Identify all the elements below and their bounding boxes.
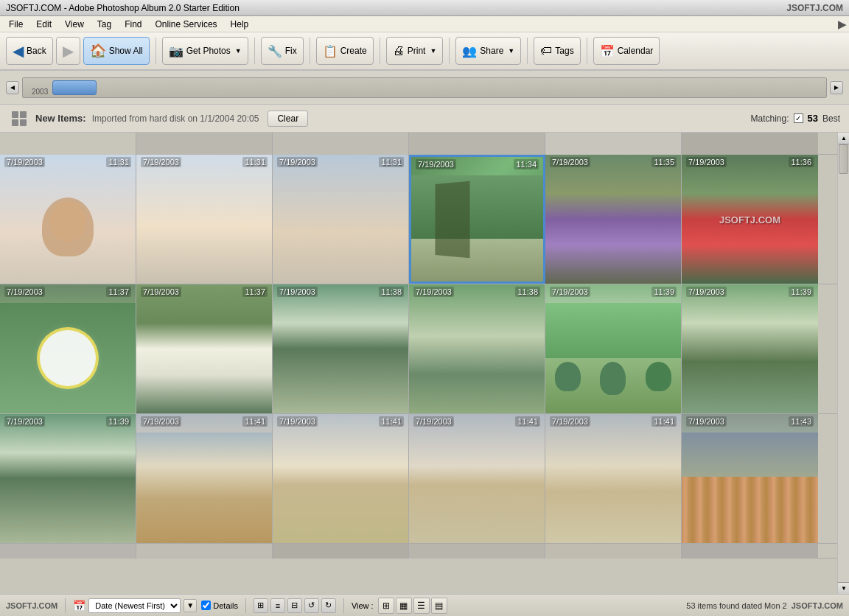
- svg-rect-3: [20, 119, 27, 126]
- timeline-thumb[interactable]: [52, 80, 97, 95]
- photo-time-2-2: 11:37: [242, 287, 268, 297]
- photo-cell-bottom-2[interactable]: [136, 544, 273, 559]
- photo-cell-bottom-4[interactable]: [409, 544, 545, 559]
- timeline-track[interactable]: 2003: [22, 77, 827, 98]
- matching-section: Matching: ✓ 53 Best: [750, 113, 840, 124]
- timeline-right-arrow[interactable]: ►: [830, 81, 843, 94]
- photo-row-2: 7/19/2003 11:37 7/19/2003 11:37 7/19/200…: [0, 284, 837, 414]
- rotate-left-icon[interactable]: ↺: [304, 598, 319, 613]
- photo-cell-bottom-1[interactable]: [0, 544, 136, 559]
- arrange-icon[interactable]: ⊟: [287, 598, 302, 613]
- back-icon: ◀: [13, 42, 24, 60]
- timeline: ◄ 2003 ►: [0, 71, 849, 105]
- scroll-up-arrow[interactable]: ▲: [838, 133, 849, 144]
- fix-button[interactable]: 🔧 Fix: [261, 37, 304, 65]
- matching-label: Matching:: [750, 113, 789, 124]
- photo-date-3-4: 7/19/2003: [413, 416, 454, 427]
- filter-bar: New Items: Imported from hard disk on 1/…: [0, 105, 849, 133]
- photo-cell-bottom-3[interactable]: [273, 544, 409, 559]
- photo-cell-2-5[interactable]: 7/19/2003 11:39: [545, 284, 682, 413]
- details-label: Details: [213, 601, 238, 610]
- view-btn-1[interactable]: ⊞: [378, 598, 394, 614]
- show-all-button[interactable]: 🏠 Show All: [83, 37, 150, 65]
- details-checkbox-section: Details: [201, 601, 238, 610]
- rotate-right-icon[interactable]: ↻: [321, 598, 336, 613]
- grid-view-icon[interactable]: ⊞: [254, 598, 268, 613]
- matching-checkbox[interactable]: ✓: [794, 113, 803, 123]
- create-button[interactable]: 📋 Create: [316, 37, 374, 65]
- photo-cell-partial-6[interactable]: [682, 133, 818, 155]
- menu-online-services[interactable]: Online Services: [150, 18, 223, 31]
- photo-cell-partial-3[interactable]: [273, 133, 409, 155]
- photo-grid[interactable]: 7/19/2003 11:31 7/19/2003 11:31 7/19/200…: [0, 133, 837, 594]
- photo-cell-1-6[interactable]: 7/19/2003 11:36 JSOFTJ.COM: [682, 155, 818, 284]
- photo-cell-3-4[interactable]: 7/19/2003 11:41: [409, 414, 545, 543]
- photo-cell-3-3[interactable]: 7/19/2003 11:41: [273, 414, 409, 543]
- photo-cell-3-5[interactable]: 7/19/2003 11:41: [545, 414, 682, 543]
- tags-button[interactable]: 🏷 Tags: [534, 37, 580, 65]
- list-view-icon[interactable]: ≡: [270, 598, 285, 613]
- scroll-down-arrow[interactable]: ▼: [838, 582, 849, 594]
- photo-date-3-2: 7/19/2003: [141, 416, 181, 427]
- sort-select[interactable]: Date (Newest First): [88, 598, 181, 613]
- clear-button[interactable]: Clear: [268, 111, 308, 127]
- get-photos-label: Get Photos: [186, 46, 231, 56]
- scroll-thumb[interactable]: [839, 144, 848, 174]
- forward-icon: ▶: [63, 42, 74, 60]
- photo-cell-1-1[interactable]: 7/19/2003 11:31: [0, 155, 136, 284]
- menu-edit[interactable]: Edit: [30, 18, 57, 31]
- menu-bar: File Edit View Tag Find Online Services …: [0, 16, 849, 32]
- photo-cell-1-4[interactable]: 7/19/2003 11:34: [409, 155, 545, 284]
- get-photos-button[interactable]: 📷 Get Photos: [162, 37, 248, 65]
- back-button[interactable]: ◀ Back: [6, 37, 53, 65]
- photo-time-3-2: 11:41: [242, 416, 268, 427]
- separator-1: [156, 38, 156, 64]
- photo-cell-1-3[interactable]: 7/19/2003 11:31: [273, 155, 409, 284]
- print-button[interactable]: 🖨 Print: [386, 37, 444, 65]
- calendar-button[interactable]: 📅 Calendar: [593, 37, 660, 65]
- photo-cell-3-6[interactable]: 7/19/2003 11:43: [682, 414, 818, 543]
- photo-row-1: 7/19/2003 11:31 7/19/2003 11:31 7/19/200…: [0, 155, 837, 284]
- photo-date-3-1: 7/19/2003: [4, 416, 45, 427]
- menu-help[interactable]: Help: [225, 18, 255, 31]
- photo-cell-partial-4[interactable]: [409, 133, 545, 155]
- share-button[interactable]: 👥 Share: [455, 37, 521, 65]
- status-bar: JSOFTJ.COM 📅 Date (Newest First) ▼ Detai…: [0, 594, 849, 616]
- details-checkbox[interactable]: [201, 601, 211, 610]
- photo-time-1-2: 11:31: [242, 157, 268, 167]
- sort-arrow[interactable]: ▼: [184, 599, 197, 612]
- photo-cell-1-5[interactable]: 7/19/2003 11:35: [545, 155, 682, 284]
- photo-cell-2-4[interactable]: 7/19/2003 11:38: [409, 284, 545, 413]
- scroll-track[interactable]: [838, 144, 849, 582]
- view-btn-4[interactable]: ▤: [431, 598, 447, 614]
- view-btn-2[interactable]: ▦: [396, 598, 412, 614]
- adobe-logo: ▶: [838, 18, 846, 30]
- photo-cell-partial-2[interactable]: [136, 133, 273, 155]
- status-sep-2: [245, 598, 246, 613]
- photo-cell-bottom-5[interactable]: [545, 544, 682, 559]
- sort-icon: 📅: [73, 600, 85, 612]
- photo-date-3-5: 7/19/2003: [550, 416, 590, 427]
- photo-time-1-4: 11:34: [514, 159, 539, 169]
- photo-cell-3-2[interactable]: 7/19/2003 11:41: [136, 414, 273, 543]
- menu-find[interactable]: Find: [119, 18, 147, 31]
- photo-cell-2-2[interactable]: 7/19/2003 11:37: [136, 284, 273, 413]
- photo-cell-partial-1[interactable]: [0, 133, 136, 155]
- view-btn-3[interactable]: ☰: [413, 598, 430, 614]
- forward-button[interactable]: ▶: [56, 37, 80, 65]
- separator-7: [587, 38, 587, 64]
- sort-section: 📅 Date (Newest First) ▼: [73, 598, 197, 613]
- photo-cell-1-2[interactable]: 7/19/2003 11:31: [136, 155, 273, 284]
- menu-file[interactable]: File: [3, 18, 29, 31]
- photo-cell-2-3[interactable]: 7/19/2003 11:38: [273, 284, 409, 413]
- photo-time-3-1: 11:39: [106, 416, 131, 427]
- photo-cell-partial-5[interactable]: [545, 133, 682, 155]
- photo-cell-3-1[interactable]: 7/19/2003 11:39: [0, 414, 136, 543]
- photo-cell-2-1[interactable]: 7/19/2003 11:37: [0, 284, 136, 413]
- photo-cell-2-6[interactable]: 7/19/2003 11:39: [682, 284, 818, 413]
- menu-view[interactable]: View: [59, 18, 90, 31]
- photo-cell-bottom-6[interactable]: [682, 544, 818, 559]
- timeline-left-arrow[interactable]: ◄: [6, 81, 19, 94]
- photo-time-2-4: 11:38: [515, 287, 540, 297]
- menu-tag[interactable]: Tag: [91, 18, 117, 31]
